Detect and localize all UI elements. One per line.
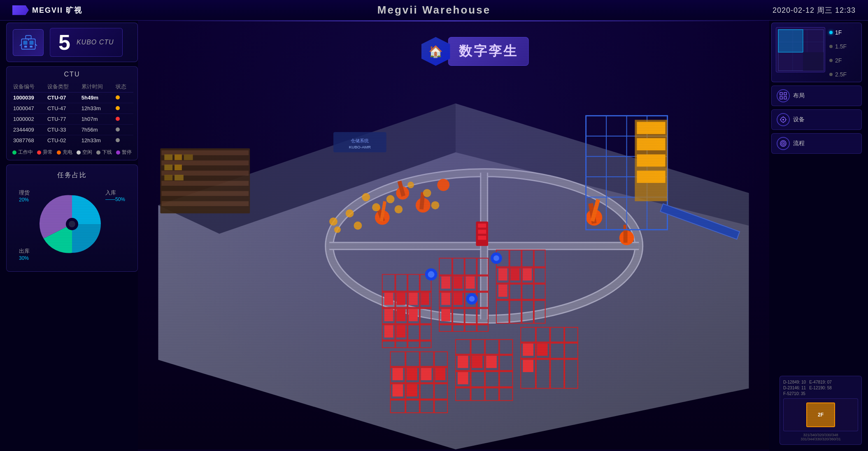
- svg-rect-65: [384, 325, 393, 338]
- legend-offline: 下线: [96, 149, 112, 156]
- floor-dot-2f: [829, 59, 833, 62]
- svg-rect-78: [441, 293, 450, 305]
- mini-map-visual: 2F: [783, 398, 858, 431]
- cell-id: 2344409: [11, 125, 45, 135]
- floor-level-1f[interactable]: 1F: [829, 29, 847, 36]
- label-ruku: 入库——50%: [105, 189, 125, 202]
- table-row[interactable]: 1000039 CTU-07 5h49m: [11, 93, 133, 103]
- legend-label-error: 异常: [43, 149, 53, 156]
- svg-rect-14: [164, 164, 172, 170]
- svg-rect-119: [535, 327, 537, 388]
- svg-point-182: [783, 143, 784, 144]
- cell-type: CTU-07: [45, 93, 79, 103]
- cell-status: [113, 103, 133, 114]
- svg-rect-80: [441, 309, 450, 321]
- svg-rect-104: [407, 384, 417, 397]
- svg-rect-173: [784, 97, 787, 99]
- legend-working: 工作中: [12, 149, 33, 156]
- svg-point-143: [386, 195, 395, 204]
- task-ratio-card: 任务占比 理货20% 入库——50% 出库30%: [6, 164, 138, 272]
- cell-status: [113, 135, 133, 146]
- status-indicator: [116, 95, 120, 99]
- label-liguo: 理货20%: [19, 189, 30, 203]
- dot-green: [12, 150, 16, 155]
- cell-time: 5h49m: [79, 93, 113, 103]
- floor-level-15f[interactable]: 1.5F: [829, 43, 847, 50]
- device-button[interactable]: 设备: [771, 109, 862, 130]
- svg-rect-55: [394, 275, 396, 348]
- table-row[interactable]: 3087768 CTU-02 12h33m: [11, 135, 133, 146]
- floor-dot-15f: [829, 45, 833, 48]
- svg-rect-110: [484, 340, 486, 400]
- process-label: 流程: [793, 140, 805, 147]
- svg-rect-87: [533, 250, 535, 323]
- status-legend: 工作中 异常 充电 空闲 下线 暂停: [11, 149, 133, 156]
- cell-time: 12h33m: [79, 103, 113, 114]
- table-row[interactable]: 1000002 CTU-77 1h07m: [11, 114, 133, 125]
- ctu-label: KUBO CTU: [77, 39, 114, 46]
- svg-rect-66: [396, 325, 405, 338]
- header-datetime: 2020-02-12 周三 12:33: [773, 5, 856, 15]
- cell-status: [113, 93, 133, 103]
- svg-point-145: [407, 182, 414, 188]
- border-glow: [138, 21, 769, 21]
- svg-rect-133: [478, 230, 486, 234]
- svg-rect-94: [391, 382, 448, 384]
- svg-point-142: [372, 203, 380, 211]
- floor-label-1f: 1F: [835, 29, 842, 36]
- floor-dot-25f: [829, 73, 833, 76]
- col-type: 设备类型: [45, 81, 79, 93]
- cell-status: [113, 114, 133, 125]
- badge-icon: 🏠: [421, 37, 450, 66]
- ctu-count: 5: [58, 32, 70, 53]
- svg-rect-121: [563, 327, 565, 388]
- legend-label-idle: 空闲: [82, 149, 92, 156]
- floor-label-25f: 2.5F: [835, 71, 847, 78]
- svg-rect-171: [784, 93, 787, 95]
- bottom-right-card: D-12849: 10 E-47819: 07 D-23146: 11 E-12…: [780, 376, 862, 445]
- legend-label-working: 工作中: [18, 149, 33, 156]
- floor-level-2f[interactable]: 2F: [829, 57, 847, 64]
- svg-rect-15: [175, 164, 182, 170]
- svg-rect-123: [537, 344, 548, 356]
- device-icon: [777, 113, 790, 126]
- svg-rect-89: [511, 268, 520, 281]
- svg-rect-49: [637, 171, 665, 183]
- svg-point-137: [329, 217, 337, 226]
- svg-rect-132: [478, 224, 486, 228]
- logo-icon: [12, 5, 29, 15]
- layout-button[interactable]: 布局: [771, 86, 862, 106]
- process-icon-svg: [779, 139, 787, 148]
- svg-point-147: [431, 201, 440, 209]
- right-panel: 1F 1.5F 2F 2.5F 布局: [771, 23, 862, 154]
- label-chuku: 出库30%: [19, 247, 30, 261]
- warehouse-svg: 仓储系统 KUBO-AMR: [138, 21, 769, 451]
- svg-point-128: [493, 255, 499, 261]
- layout-icon: [777, 89, 790, 102]
- header-title: Megvii Warehouse: [377, 4, 491, 16]
- table-row[interactable]: 1000047 CTU-47 12h33m: [11, 103, 133, 114]
- legend-label-offline: 下线: [102, 149, 112, 156]
- svg-rect-99: [393, 368, 403, 380]
- svg-rect-164: [778, 30, 803, 52]
- col-id: 设备编号: [11, 81, 45, 93]
- svg-rect-13: [184, 155, 193, 160]
- svg-point-126: [428, 271, 435, 278]
- logo: MEGVII 旷视: [12, 5, 82, 15]
- floor-label-2f: 2F: [835, 57, 842, 64]
- svg-rect-10: [161, 201, 249, 206]
- dot-purple: [116, 150, 120, 155]
- svg-point-140: [334, 227, 341, 233]
- svg-rect-134: [478, 236, 486, 240]
- floor-level-25f[interactable]: 2.5F: [829, 71, 847, 78]
- svg-rect-74: [476, 258, 477, 331]
- svg-rect-170: [780, 93, 782, 95]
- pie-chart: [39, 191, 105, 257]
- device-icon-svg: [779, 116, 787, 124]
- process-button[interactable]: 流程: [771, 133, 862, 154]
- dot-white: [77, 150, 81, 155]
- svg-rect-158: [26, 35, 31, 39]
- task-ratio-title: 任务占比: [11, 171, 133, 180]
- table-row[interactable]: 2344409 CTU-33 7h56m: [11, 125, 133, 135]
- svg-rect-172: [780, 97, 782, 99]
